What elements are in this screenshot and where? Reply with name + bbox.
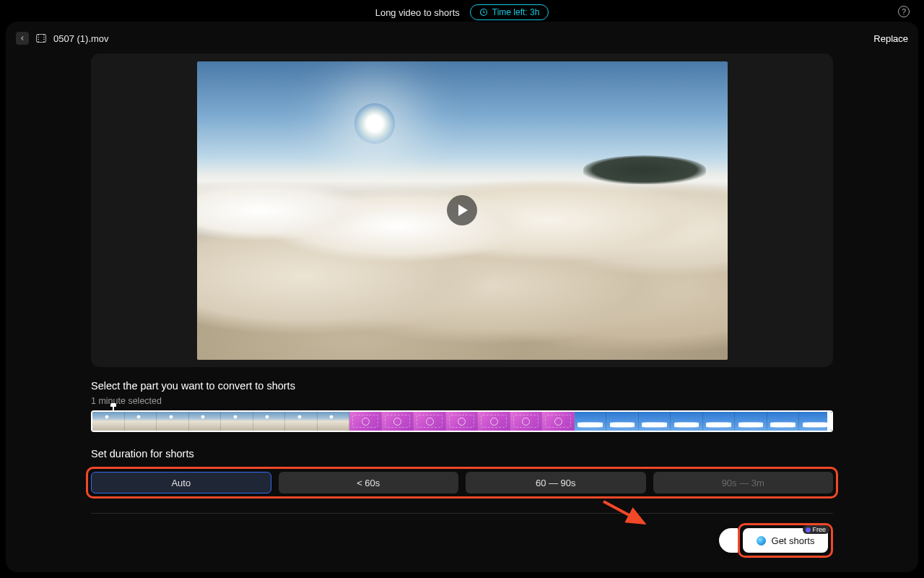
- play-button[interactable]: [447, 195, 477, 225]
- timeline-thumb[interactable]: [639, 412, 671, 431]
- get-shorts-button[interactable]: Get shorts Free: [743, 528, 828, 553]
- timeline-thumb[interactable]: [382, 412, 414, 431]
- duration-options: Auto< 60s60 — 90s90s — 3m: [91, 472, 833, 493]
- back-button[interactable]: [16, 32, 29, 45]
- play-icon: [458, 204, 468, 216]
- free-badge: Free: [803, 525, 829, 534]
- timeline-thumb[interactable]: [414, 412, 446, 431]
- timeline-thumb[interactable]: [92, 412, 125, 431]
- video-file-icon: [36, 34, 46, 43]
- duration-title: Set duration for shorts: [91, 448, 833, 460]
- main-panel: 0507 (1).mov Replace Select the part you…: [6, 22, 918, 572]
- ai-orb-icon: [757, 536, 766, 545]
- timeline-thumb[interactable]: [157, 412, 189, 431]
- file-bar: 0507 (1).mov Replace: [6, 32, 918, 53]
- timeline-thumb[interactable]: [478, 412, 510, 431]
- timeline-thumb[interactable]: [221, 412, 253, 431]
- timeline-thumb[interactable]: [542, 412, 575, 431]
- clock-icon: [479, 8, 488, 17]
- expand-toggle[interactable]: [719, 528, 738, 553]
- timeline-thumb[interactable]: [125, 412, 157, 431]
- timeline-thumb[interactable]: [253, 412, 286, 431]
- file-name: 0507 (1).mov: [53, 33, 109, 44]
- duration-highlight: Auto< 60s60 — 90s90s — 3m: [86, 467, 838, 499]
- timeline-thumb[interactable]: [735, 412, 767, 431]
- timeline-thumb[interactable]: [318, 412, 350, 431]
- timeline-thumb[interactable]: [349, 412, 382, 431]
- get-shorts-label: Get shorts: [772, 535, 815, 546]
- replace-button[interactable]: Replace: [873, 33, 908, 44]
- duration-option[interactable]: 60 — 90s: [466, 472, 646, 493]
- selection-title: Select the part you want to convert to s…: [91, 380, 833, 392]
- duration-option[interactable]: < 60s: [279, 472, 459, 493]
- timeline-thumb[interactable]: [703, 412, 736, 431]
- time-left-text: Time left: 3h: [492, 7, 540, 17]
- app-title: Long video to shorts: [375, 7, 460, 18]
- trim-handle-right[interactable]: [827, 412, 832, 431]
- selection-status: 1 minute selected: [91, 396, 833, 406]
- chevron-left-icon: [19, 35, 26, 42]
- top-bar: Long video to shorts Time left: 3h ?: [0, 0, 924, 20]
- gem-icon: [806, 527, 811, 532]
- timeline-thumb[interactable]: [510, 412, 543, 431]
- timeline-thumb[interactable]: [446, 412, 479, 431]
- get-shorts-highlight: Get shorts Free: [738, 523, 833, 558]
- duration-option: 90s — 3m: [653, 472, 834, 493]
- time-left-pill: Time left: 3h: [470, 4, 549, 20]
- divider: [91, 513, 833, 514]
- timeline-thumb[interactable]: [285, 412, 318, 431]
- timeline-thumb[interactable]: [767, 412, 800, 431]
- timeline-thumb[interactable]: [671, 412, 703, 431]
- video-canvas[interactable]: [197, 61, 728, 360]
- timeline-thumb[interactable]: [189, 412, 222, 431]
- duration-option[interactable]: Auto: [91, 472, 271, 493]
- timeline-thumb[interactable]: [575, 412, 607, 431]
- help-icon[interactable]: ?: [898, 6, 910, 17]
- timeline[interactable]: [91, 410, 833, 432]
- timeline-thumb[interactable]: [606, 412, 639, 431]
- video-preview: [91, 53, 833, 367]
